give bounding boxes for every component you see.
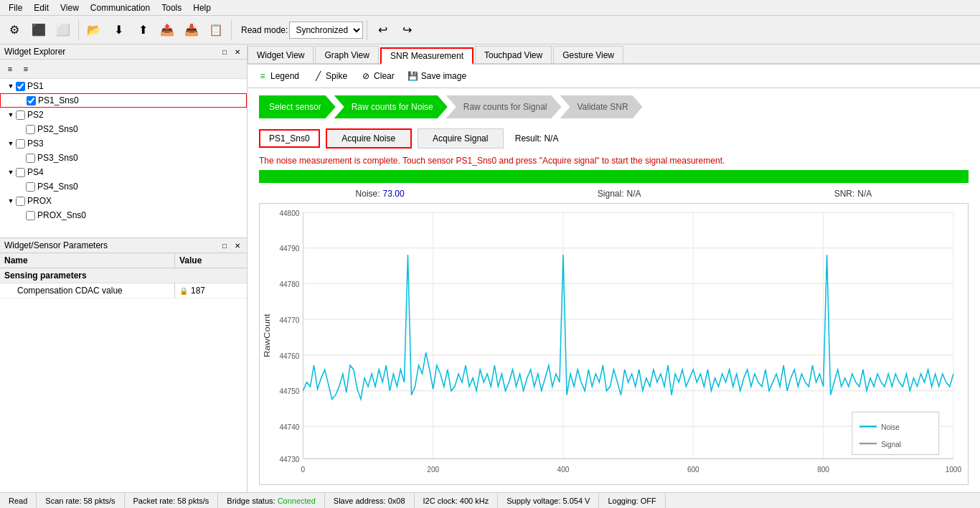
report-button[interactable]: 📋 (204, 19, 227, 42)
svg-text:44760: 44760 (279, 351, 299, 360)
snr-label: SNR: (834, 189, 855, 199)
progress-bar-container (259, 170, 969, 183)
save-image-button[interactable]: 💾 Save image (402, 67, 471, 85)
checkbox-prox-sns0[interactable] (26, 211, 35, 220)
tree-item-ps4[interactable]: ▼ PS4 (0, 165, 247, 179)
params-header-row: Name Value (0, 253, 247, 268)
save-image-label: Save image (421, 71, 466, 81)
menu-file[interactable]: File (3, 1, 28, 14)
step-raw-counts-signal-label: Raw counts for Signal (463, 102, 547, 112)
tree-item-prox[interactable]: ▼ PROX (0, 194, 247, 208)
params-table: Name Value Sensing parameters Compensati… (0, 253, 247, 492)
tree-label-ps1: PS1 (27, 81, 44, 91)
redo-button[interactable]: ↪ (395, 19, 418, 42)
spacer-prox-sns0 (16, 210, 26, 220)
collapse-all-button[interactable]: ≡ (19, 62, 33, 76)
settings-button[interactable]: ⚙ (3, 19, 26, 42)
open-button[interactable]: 📂 (83, 19, 105, 42)
scan-rate-text: Scan rate: 58 pkts/s (45, 497, 115, 505)
checkbox-ps4-sns0[interactable] (26, 182, 35, 192)
step-select-sensor-label: Select sensor (269, 102, 321, 112)
checkbox-ps2-sns0[interactable] (26, 125, 35, 134)
spacer-ps3-sns0 (16, 153, 26, 163)
stats-row: Noise: 73.00 Signal: N/A SNR: N/A (259, 189, 969, 199)
read-mode-label: Read mode: (241, 25, 288, 35)
checkbox-ps2[interactable] (16, 110, 25, 120)
clear-button[interactable]: ⊘ Clear (355, 67, 400, 85)
read-mode-select[interactable]: Synchronized Free Running (289, 22, 363, 39)
separator-3 (367, 20, 367, 40)
float-params-button[interactable]: □ (220, 240, 230, 250)
menu-bar: File Edit View Communication Tools Help (0, 0, 980, 16)
separator-1 (78, 20, 79, 40)
checkbox-ps1[interactable] (16, 82, 25, 91)
stop-button[interactable]: ⬛ (27, 19, 50, 42)
down-button[interactable]: ⬇ (107, 19, 130, 42)
legend-button[interactable]: ≡ Legend (252, 67, 304, 85)
tab-gesture-view[interactable]: Gesture View (553, 46, 623, 63)
tab-graph-view[interactable]: Graph View (315, 46, 378, 63)
tree-label-prox: PROX (27, 196, 52, 206)
status-packet-rate: Packet rate: 58 pkts/s (125, 493, 219, 508)
tab-touchpad-label: Touchpad View (484, 50, 542, 60)
checkbox-ps3[interactable] (16, 139, 25, 149)
checkbox-ps4[interactable] (16, 168, 25, 177)
acquire-signal-button[interactable]: Acquire Signal (418, 128, 504, 149)
panel-controls: □ ✕ (220, 47, 242, 57)
svg-text:0: 0 (301, 465, 306, 474)
tree-item-ps3[interactable]: ▼ PS3 (0, 136, 247, 151)
up-button[interactable]: ⬆ (131, 19, 154, 42)
svg-text:600: 600 (687, 465, 699, 474)
legend-label: Legend (270, 71, 299, 81)
checkbox-ps3-sns0[interactable] (26, 154, 35, 163)
tab-gesture-label: Gesture View (562, 50, 614, 60)
checkbox-prox[interactable] (16, 197, 25, 206)
sensor-params-header: Widget/Sensor Parameters □ ✕ (0, 238, 247, 253)
menu-view[interactable]: View (55, 1, 85, 14)
tree-item-ps2-sns0[interactable]: PS2_Sns0 (0, 122, 247, 136)
tab-touchpad-view[interactable]: Touchpad View (475, 46, 552, 63)
import-button[interactable]: 📥 (180, 19, 203, 42)
menu-communication[interactable]: Communication (85, 1, 156, 14)
tree-toolbar: ≡ ≡ (0, 60, 247, 79)
lock-icon: 🔒 (179, 287, 188, 295)
svg-text:44750: 44750 (279, 387, 299, 396)
export-button[interactable]: 📤 (156, 19, 179, 42)
tree-item-ps3-sns0[interactable]: PS3_Sns0 (0, 151, 247, 165)
main-layout: Widget Explorer □ ✕ ≡ ≡ ▼ PS1 (0, 44, 980, 492)
checkbox-ps1-sns0[interactable] (27, 96, 36, 105)
float-button[interactable]: □ (220, 47, 230, 57)
svg-text:Signal: Signal (881, 439, 901, 448)
snr-content: Select sensor Raw counts for Noise Raw c… (248, 88, 980, 492)
slave-address-text: Slave address: 0x08 (334, 497, 405, 505)
progress-bar-fill (259, 170, 969, 183)
undo-button[interactable]: ↩ (371, 19, 394, 42)
expand-all-button[interactable]: ≡ (3, 62, 17, 76)
tree-item-ps2[interactable]: ▼ PS2 (0, 108, 247, 122)
expand-icon-ps2: ▼ (6, 110, 16, 120)
svg-text:44730: 44730 (279, 454, 299, 464)
pause-button[interactable]: ⬜ (52, 19, 75, 42)
sensing-params-label: Sensing parameters (4, 271, 87, 281)
tree-item-ps1[interactable]: ▼ PS1 (0, 79, 247, 93)
tree-label-ps1-sns0: PS1_Sns0 (38, 95, 79, 105)
spike-button[interactable]: ╱ Spike (307, 67, 352, 85)
tree-area: ▼ PS1 PS1_Sns0 ▼ PS2 (0, 79, 247, 237)
supply-voltage-text: Supply voltage: 5.054 V (507, 497, 590, 505)
status-read: Read (6, 493, 37, 508)
tree-item-ps1-sns0[interactable]: PS1_Sns0 (0, 93, 247, 108)
tab-snr-measurement[interactable]: SNR Measurement (380, 47, 473, 65)
snr-value: N/A (857, 189, 872, 199)
tab-widget-view[interactable]: Widget View (248, 46, 314, 63)
close-params-button[interactable]: ✕ (232, 240, 242, 250)
svg-text:200: 200 (427, 465, 439, 474)
menu-edit[interactable]: Edit (28, 1, 55, 14)
close-widget-explorer[interactable]: ✕ (232, 47, 242, 57)
tree-item-ps4-sns0[interactable]: PS4_Sns0 (0, 179, 247, 194)
acquire-noise-button[interactable]: Acquire Noise (326, 128, 412, 149)
cdac-number: 187 (191, 286, 205, 296)
tree-item-prox-sns0[interactable]: PROX_Sns0 (0, 208, 247, 222)
menu-help[interactable]: Help (187, 1, 217, 14)
menu-tools[interactable]: Tools (156, 1, 187, 14)
widget-explorer-header: Widget Explorer □ ✕ (0, 44, 247, 60)
